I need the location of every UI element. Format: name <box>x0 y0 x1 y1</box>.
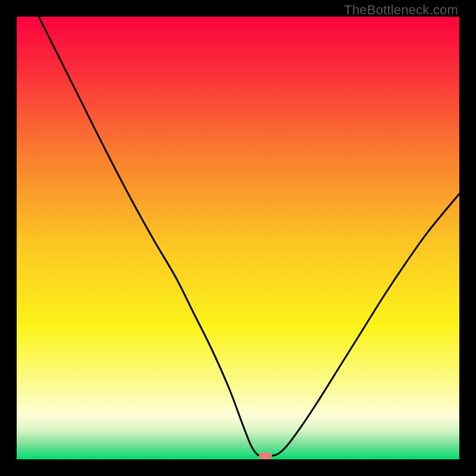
chart-frame <box>17 17 459 459</box>
gradient-background <box>17 17 459 459</box>
bottleneck-chart <box>17 17 459 459</box>
watermark-text: TheBottleneck.com <box>344 2 458 18</box>
minimum-marker <box>259 452 272 459</box>
